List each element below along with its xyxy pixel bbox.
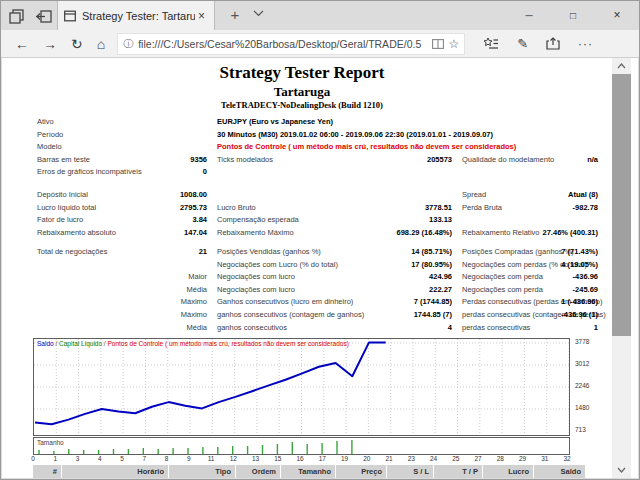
report-cell: 1 [2,322,598,335]
x-axis-label: 23 [401,455,421,462]
report-cell: -436.96 [2,271,598,284]
report-row: Lucro líquido total2795.73Lucro Bruto377… [2,202,602,215]
x-axis-label: 27 [468,455,488,462]
table-header-horrio: Horário [62,465,168,478]
x-axis-label: 7 [134,455,154,462]
y-axis-label: 713 [575,426,586,433]
table-header-ordem: Ordem [236,465,280,478]
table-header-#: # [33,465,61,478]
report-row: Máximoganhos consecutivos (contagem de g… [2,309,602,322]
favicon [64,10,76,22]
favorite-star-icon[interactable]: ☆ [448,37,459,51]
set-tabs-aside-icon[interactable] [35,7,53,25]
report-row: MáximoGanhos consecutivos (lucro em dinh… [2,296,602,309]
report-cell: 133.13 [2,214,452,227]
table-header-sl: S / L [387,465,433,478]
window-close-button[interactable]: × [595,1,639,30]
scroll-up-icon[interactable] [612,58,631,74]
x-axis-label: 29 [513,455,533,462]
x-axis-label: 13 [246,455,266,462]
table-header-preo: Preço [336,465,386,478]
x-axis-label: 20 [357,455,377,462]
legend-item: Capital Liquido [59,340,102,347]
tab-close-icon[interactable]: × [195,9,208,23]
refresh-icon[interactable]: ↻ [71,36,83,52]
table-header-tp: T / P [434,465,482,478]
x-axis-label: 5 [112,455,132,462]
x-axis-label: 19 [335,455,355,462]
report-row: Período30 Minutos (M30) 2019.01.02 06:00… [2,129,602,142]
report-cell: 1 (-436.96) [2,296,598,309]
more-menu-icon[interactable]: ··· [578,37,593,51]
share-icon[interactable] [546,37,560,50]
report-cell: Modelo [37,141,62,154]
report-row: Médiaganhos consecutivos4perdas consecut… [2,322,602,335]
scroll-down-icon[interactable] [612,462,631,478]
report-row: Barras em teste9356Ticks modelados205573… [2,154,602,167]
report-cell: -982.78 [2,202,598,215]
x-axis-label: 4 [90,455,110,462]
tab-bar: Strategy Tester: Tartarug × + ─ □ × [1,1,639,30]
legend-item: Pontos de Controle ( um método mais crú,… [107,340,348,347]
x-axis-label: 9 [179,455,199,462]
strategy-name: Tartaruga [2,84,602,100]
report-row: Total de negociações21Posições Vendidas … [2,246,602,259]
report-cell: Pontos de Controle ( um método mais crú,… [217,141,516,154]
x-axis-label: 12 [223,455,243,462]
report-row: Negociações com Lucro (% do total)17 (80… [2,259,602,272]
report-cell: 4 (19.05%) [2,259,598,272]
forward-icon[interactable]: → [43,36,57,52]
x-axis-label: 3 [68,455,88,462]
x-axis-label: 1 [45,455,65,462]
report-row: Rebaixamento absoluto147.04Rebaixamento … [2,227,602,240]
minimize-button[interactable]: ─ [507,1,551,30]
report-cell: Ativo [37,116,54,129]
x-axis-label: 16 [290,455,310,462]
tab-title: Strategy Tester: Tartarug [82,10,195,22]
report-page: Strategy Tester Report Tartaruga TeleTRA… [2,58,638,478]
y-axis-label: 1480 [575,404,589,411]
report-cell: 0 [2,166,207,179]
browser-tab[interactable]: Strategy Tester: Tartarug × [57,1,215,30]
y-axis-label: 2246 [575,382,589,389]
x-axis-label: 31 [535,455,555,462]
report-cell: EURJPY (Euro vs Japanese Yen) [217,116,333,129]
report-cell: Atual (8) [2,189,598,202]
table-header-tamanho: Tamanho [281,465,335,478]
url-input[interactable]: ⓘ file:///C:/Users/Cesar%20Barbosa/Deskt… [117,33,465,55]
vertical-scrollbar[interactable] [612,58,631,478]
page-info-icon[interactable]: ⓘ [123,37,133,51]
x-axis-label: 17 [312,455,332,462]
report-cell: -245.69 [2,284,598,297]
url-text: file:///C:/Users/Cesar%20Barbosa/Desktop… [138,38,428,50]
back-icon[interactable]: ← [15,36,29,52]
tabs-set-aside-icon[interactable] [7,7,25,25]
hub-favorites-icon[interactable] [483,37,499,50]
report-cell: n/a [2,154,598,167]
y-axis-label: 3012 [575,360,589,367]
legend-item: Saldo [37,340,54,347]
x-axis-label: 8 [157,455,177,462]
report-cell: 7 (71.43%) [2,246,598,259]
browser-window: Strategy Tester: Tartarug × + ─ □ × ← → … [0,0,640,480]
home-icon[interactable]: ⌂ [97,36,105,52]
balance-chart-canvas [34,339,569,435]
tab-preview-chevron-icon[interactable] [253,10,264,17]
table-header-saldo: Saldo [534,465,585,478]
x-axis-label: 11 [201,455,221,462]
maximize-button[interactable]: □ [551,1,595,30]
volume-canvas [34,438,569,454]
new-tab-button[interactable]: + [225,6,245,23]
report-row: MédiaNegociações com lucro222.27Negociaç… [2,284,602,297]
reading-view-icon[interactable] [432,39,444,49]
report-row: Erros de gráficos incompatíveis0 [2,166,602,179]
annotate-pen-icon[interactable]: ✎ [517,36,528,51]
x-axis-label: 28 [490,455,510,462]
report-row: ModeloPontos de Controle ( um método mai… [2,141,602,154]
report-row: Depósito Inicial1008.00SpreadAtual (8) [2,189,602,202]
scrollbar-thumb[interactable] [612,74,631,336]
report-cell: -436.96 (1) [2,309,598,322]
trades-table-header: #HorárioTipoOrdemTamanhoPreçoS / LT / PL… [33,465,597,478]
x-axis-label: 21 [379,455,399,462]
x-axis-label: 32 [557,455,577,462]
